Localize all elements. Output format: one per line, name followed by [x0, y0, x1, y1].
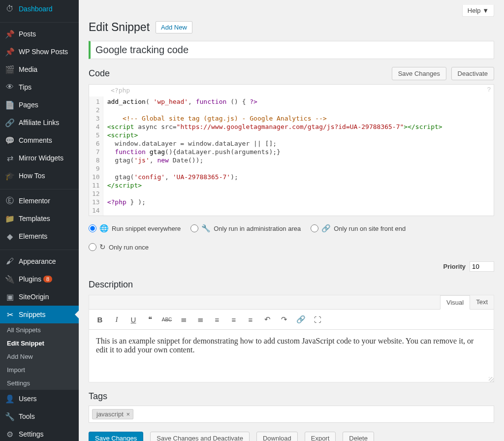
sidebar-item-snippets[interactable]: ✂Snippets [0, 306, 79, 323]
settings-icon: ⚙ [5, 429, 15, 439]
sidebar-item-appearance[interactable]: 🖌Appearance [0, 252, 79, 270]
plugins-icon: 🔌 [5, 274, 15, 284]
siteorigin-icon: ▣ [5, 292, 15, 302]
admin-icon: 🔧 [201, 224, 211, 233]
code-section-title: Code [89, 68, 110, 79]
help-tab[interactable]: Help ▼ [462, 5, 494, 17]
description-section-title: Description [89, 280, 494, 290]
media-icon: 🎬 [5, 64, 15, 74]
download-button[interactable]: Download [256, 432, 298, 441]
scope-radio-front[interactable] [311, 224, 318, 232]
page-title: Edit Snippet [89, 21, 150, 34]
toolbar-underline-button[interactable]: U [126, 313, 140, 326]
scope-once[interactable]: ↻Only run once [89, 243, 494, 252]
sidebar-item-dashboard[interactable]: ⏱Dashboard [0, 0, 79, 18]
sidebar-item-tips[interactable]: 👁Tips [0, 78, 79, 96]
toolbar-ol-button[interactable]: ≣ [193, 313, 207, 326]
php-open-tag: <?php [111, 87, 130, 94]
comments-icon: 💬 [5, 135, 15, 145]
submenu-edit-snippet[interactable]: Edit Snippet [0, 337, 79, 350]
everywhere-icon: 🌐 [99, 224, 109, 233]
remove-tag-icon[interactable]: × [126, 410, 130, 418]
code-editor[interactable]: <?php ? 1234567891011121314 add_action( … [89, 84, 494, 216]
sidebar-item-tools[interactable]: 🔧Tools [0, 408, 79, 425]
help-icon[interactable]: ? [487, 86, 491, 93]
tools-icon: 🔧 [5, 411, 15, 421]
priority-input[interactable] [470, 261, 494, 272]
wp-show-posts-icon: 📌 [5, 47, 15, 57]
toolbar-align-center-button[interactable]: ≡ [227, 313, 241, 326]
posts-icon: 📌 [5, 29, 15, 39]
toolbar-strike-button[interactable]: ABC [160, 313, 174, 326]
how-tos-icon: 🎓 [5, 171, 15, 181]
toolbar-redo-button[interactable]: ↷ [277, 313, 291, 326]
scope-admin[interactable]: 🔧Only run in administration area [190, 224, 301, 233]
sidebar-item-mirror-widgets[interactable]: ⇄Mirror Widgets [0, 149, 79, 167]
delete-button[interactable]: Delete [343, 432, 374, 441]
tag-chip[interactable]: javascript × [92, 409, 133, 419]
sidebar-item-affiliate-links[interactable]: 🔗Affiliate Links [0, 114, 79, 131]
deactivate-button[interactable]: Deactivate [451, 67, 494, 80]
elementor-icon: Ⓔ [5, 196, 15, 206]
sidebar-item-wp-show-posts[interactable]: 📌WP Show Posts [0, 43, 79, 61]
templates-icon: 📁 [5, 214, 15, 223]
elements-icon: ◆ [5, 231, 15, 241]
toolbar-italic-button[interactable]: I [110, 313, 124, 326]
export-button[interactable]: Export [305, 432, 336, 441]
mirror-widgets-icon: ⇄ [5, 153, 15, 163]
sidebar-item-templates[interactable]: 📁Templates [0, 210, 79, 227]
tips-icon: 👁 [5, 82, 15, 92]
update-badge: 8 [43, 276, 52, 283]
save-deactivate-button[interactable]: Save Changes and Deactivate [150, 432, 250, 441]
tab-visual[interactable]: Visual [440, 295, 470, 310]
scope-radio-everywhere[interactable] [89, 224, 96, 232]
sidebar-item-settings[interactable]: ⚙Settings [0, 425, 79, 441]
scope-radio-once[interactable] [89, 243, 96, 251]
sidebar-item-plugins[interactable]: 🔌Plugins8 [0, 270, 79, 288]
toolbar-align-left-button[interactable]: ≡ [210, 313, 224, 326]
submenu-add-new[interactable]: Add New [0, 350, 79, 363]
scope-front[interactable]: 🔗Only run on site front end [311, 224, 406, 233]
admin-sidebar: ⏱Dashboard📌Posts📌WP Show Posts🎬Media👁Tip… [0, 0, 79, 441]
sidebar-item-elementor[interactable]: ⒺElementor [0, 192, 79, 210]
sidebar-item-users[interactable]: 👤Users [0, 390, 79, 408]
save-changes-top-button[interactable]: Save Changes [392, 67, 446, 80]
sidebar-item-media[interactable]: 🎬Media [0, 61, 79, 78]
sidebar-item-siteorigin[interactable]: ▣SiteOrigin [0, 288, 79, 306]
toolbar-ul-button[interactable]: ≣ [177, 313, 190, 326]
sidebar-item-posts[interactable]: 📌Posts [0, 25, 79, 43]
toolbar-align-right-button[interactable]: ≡ [244, 313, 257, 326]
scope-everywhere[interactable]: 🌐Run snippet everywhere [89, 224, 181, 233]
tags-input[interactable]: javascript × [89, 406, 494, 423]
affiliate-links-icon: 🔗 [5, 118, 15, 127]
snippet-title-input[interactable] [89, 41, 494, 59]
submenu-all-snippets[interactable]: All Snippets [0, 323, 79, 337]
sidebar-item-comments[interactable]: 💬Comments [0, 131, 79, 149]
priority-label: Priority [443, 263, 466, 270]
front-icon: 🔗 [321, 224, 331, 233]
appearance-icon: 🖌 [5, 256, 15, 266]
once-icon: ↻ [99, 243, 106, 252]
toolbar-quote-button[interactable]: ❝ [143, 313, 157, 326]
priority-field: Priority [443, 261, 494, 272]
save-changes-button[interactable]: Save Changes [89, 432, 143, 441]
toolbar-undo-button[interactable]: ↶ [260, 313, 274, 326]
tags-section-title: Tags [89, 391, 494, 402]
submenu-settings[interactable]: Settings [0, 377, 79, 390]
toolbar-bold-button[interactable]: B [93, 313, 107, 326]
dashboard-icon: ⏱ [5, 4, 15, 14]
sidebar-item-how-tos[interactable]: 🎓How Tos [0, 167, 79, 185]
toolbar-fullscreen-button[interactable]: ⛶ [311, 313, 324, 326]
snippets-icon: ✂ [5, 310, 15, 319]
submenu-import[interactable]: Import [0, 363, 79, 377]
sidebar-item-elements[interactable]: ◆Elements [0, 227, 79, 245]
add-new-button[interactable]: Add New [156, 21, 192, 33]
toolbar-link-button[interactable]: 🔗 [294, 313, 308, 326]
description-body[interactable]: This is an example snippet for demonstra… [89, 330, 494, 374]
pages-icon: 📄 [5, 100, 15, 110]
tab-text[interactable]: Text [470, 295, 494, 309]
scope-radio-admin[interactable] [190, 224, 198, 232]
sidebar-item-pages[interactable]: 📄Pages [0, 96, 79, 114]
users-icon: 👤 [5, 394, 15, 404]
resize-handle[interactable] [89, 374, 494, 382]
